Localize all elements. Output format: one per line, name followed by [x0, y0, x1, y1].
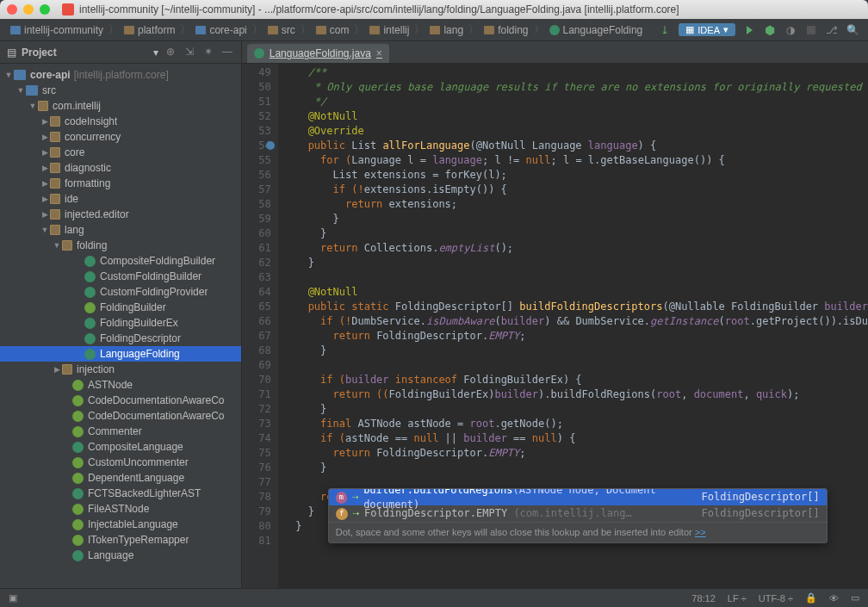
package-icon	[50, 178, 60, 189]
tree-package[interactable]: ▶injection	[0, 362, 241, 377]
crumb-module[interactable]: core-api	[190, 24, 251, 36]
completion-item[interactable]: m ⇢ builder.buildFoldRegions(ASTNode nod…	[329, 489, 827, 505]
vcs-button[interactable]: ⎇	[825, 23, 839, 37]
tree-folder[interactable]: ▼src	[0, 83, 241, 98]
tree-package[interactable]: ▼folding	[0, 238, 241, 253]
close-window-icon[interactable]	[7, 4, 17, 15]
tree-class[interactable]: FCTSBackedLighterAST	[0, 486, 241, 501]
coverage-button[interactable]: ◑	[784, 23, 797, 37]
memory-icon[interactable]: ▭	[851, 592, 859, 604]
run-config-selector[interactable]: ▦IDEA▾	[679, 23, 735, 36]
editor-tab[interactable]: LanguageFolding.java ×	[247, 44, 389, 63]
class-icon	[72, 457, 84, 468]
tree-package[interactable]: ▶ide	[0, 191, 241, 207]
file-encoding[interactable]: UTF-8 ÷	[759, 593, 793, 604]
project-title: Project	[22, 46, 148, 59]
crumb-folder[interactable]: intellij	[364, 24, 414, 36]
scroll-from-source-button[interactable]: ⊕	[164, 46, 177, 59]
lock-icon[interactable]: 🔒	[805, 592, 817, 604]
hint-link[interactable]: >>	[695, 527, 706, 537]
class-icon	[254, 48, 264, 59]
tree-package[interactable]: ▶codeInsight	[0, 114, 241, 129]
method-icon: m	[336, 492, 347, 504]
zoom-window-icon[interactable]	[40, 4, 50, 15]
tree-package[interactable]: ▶core	[0, 145, 241, 160]
tree-class[interactable]: ITokenTypeRemapper	[0, 532, 241, 548]
crumb-folder[interactable]: folding	[479, 24, 533, 36]
main-split: ▤ Project ▾ ⊕ ⇲ ✶ — ▼core-api[intellij.p…	[0, 41, 868, 588]
caret-position[interactable]: 78:12	[691, 593, 716, 604]
crumb-folder[interactable]: platform	[119, 24, 180, 36]
package-icon	[50, 225, 60, 235]
tree-class[interactable]: CustomFoldingBuilder	[0, 269, 241, 284]
tree-class[interactable]: CustomUncommenter	[0, 455, 241, 470]
class-icon	[84, 256, 96, 267]
package-icon	[50, 209, 60, 220]
dropdown-icon[interactable]: ▾	[153, 46, 158, 59]
collapse-all-button[interactable]: ⇲	[183, 46, 196, 59]
project-header: ▤ Project ▾ ⊕ ⇲ ✶ —	[0, 41, 241, 64]
tree-class[interactable]: FileASTNode	[0, 501, 241, 517]
class-icon	[84, 271, 96, 282]
folder-icon	[316, 26, 326, 34]
inspections-icon[interactable]: 👁	[829, 593, 839, 604]
crumb-folder[interactable]: lang	[425, 24, 468, 36]
tree-package[interactable]: ▶diagnostic	[0, 160, 241, 176]
folder-icon	[124, 26, 134, 34]
tree-class[interactable]: CodeDocumentationAwareCo	[0, 408, 241, 424]
crumb-class[interactable]: LanguageFolding	[544, 24, 648, 36]
tree-package[interactable]: ▶concurrency	[0, 129, 241, 145]
code-editor[interactable]: 4950515253545556575859606162636465666768…	[242, 64, 868, 588]
tree-module[interactable]: ▼core-api[intellij.platform.core]	[0, 67, 241, 83]
debug-button[interactable]: ⬢	[763, 23, 777, 37]
tool-windows-button[interactable]: ▣	[9, 592, 17, 604]
tree-class[interactable]: ASTNode	[0, 377, 241, 393]
class-icon	[72, 426, 84, 437]
crumb-folder[interactable]: src	[263, 24, 301, 36]
tree-class[interactable]: FoldingBuilder	[0, 300, 241, 315]
tree-package[interactable]: ▶injected.editor	[0, 207, 241, 222]
stop-button[interactable]	[804, 23, 818, 37]
tab-label: LanguageFolding.java	[270, 47, 371, 59]
tree-class[interactable]: CompositeFoldingBuilder	[0, 253, 241, 269]
class-icon	[72, 442, 84, 453]
completion-item[interactable]: f ⇢ FoldingDescriptor.EMPTY (com.intelli…	[329, 505, 827, 522]
minimize-window-icon[interactable]	[23, 4, 34, 15]
run-button[interactable]	[742, 23, 756, 37]
tree-class[interactable]: Commenter	[0, 424, 241, 439]
tree-package[interactable]: ▶formatting	[0, 176, 241, 191]
tree-class[interactable]: DependentLanguage	[0, 470, 241, 486]
source-folder-icon	[26, 85, 38, 96]
crumb-folder[interactable]: com	[311, 24, 355, 36]
gutter[interactable]: 4950515253545556575859606162636465666768…	[242, 64, 278, 588]
hide-button[interactable]: —	[220, 46, 234, 59]
line-separator[interactable]: LF ÷	[728, 593, 747, 604]
class-icon	[84, 349, 96, 360]
class-icon	[72, 473, 84, 484]
tree-class[interactable]: InjectableLanguage	[0, 517, 241, 532]
tree-class[interactable]: CompositeLanguage	[0, 439, 241, 455]
tree-package[interactable]: ▼lang	[0, 222, 241, 238]
field-icon: f	[336, 508, 348, 520]
tree-class[interactable]: Language	[0, 548, 241, 563]
folder-icon	[430, 26, 440, 34]
app-icon	[62, 3, 74, 15]
tree-class[interactable]: LanguageFolding	[0, 346, 241, 362]
tree-class[interactable]: CodeDocumentationAwareCo	[0, 393, 241, 408]
build-button[interactable]: ⤓	[658, 23, 672, 37]
search-button[interactable]: 🔍	[846, 23, 859, 37]
tree-class[interactable]: FoldingDescriptor	[0, 331, 241, 346]
module-icon	[14, 70, 26, 80]
close-tab-icon[interactable]: ×	[376, 47, 382, 59]
project-tree[interactable]: ▼core-api[intellij.platform.core] ▼src ▼…	[0, 64, 241, 588]
settings-button[interactable]: ✶	[202, 46, 215, 59]
toolbar: ⤓ ▦IDEA▾ ⬢ ◑ ⎇ 🔍	[658, 23, 863, 37]
class-icon	[84, 318, 96, 329]
class-icon	[72, 550, 84, 561]
class-icon	[84, 302, 96, 313]
crumb-project[interactable]: intellij-community	[5, 24, 108, 36]
tree-package[interactable]: ▼com.intellij	[0, 98, 241, 114]
tree-class[interactable]: CustomFoldingProvider	[0, 284, 241, 300]
class-icon	[72, 535, 84, 546]
tree-class[interactable]: FoldingBuilderEx	[0, 315, 241, 331]
